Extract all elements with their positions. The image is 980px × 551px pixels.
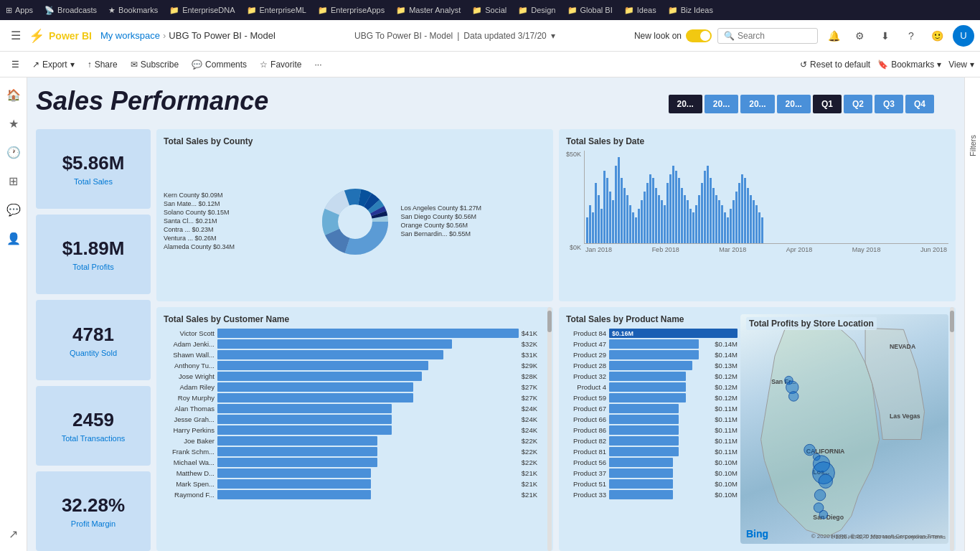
customer-bar-fill — [217, 425, 392, 435]
report-link[interactable]: UBG To Power BI - Model — [169, 30, 275, 41]
filters-label[interactable]: Filters — [969, 135, 977, 156]
emoji-button[interactable]: 🙂 — [927, 26, 947, 46]
period-btn-q1[interactable]: Q1 — [813, 95, 842, 113]
view-button[interactable]: View ▾ — [948, 60, 974, 70]
period-btn-q3[interactable]: Q3 — [875, 95, 903, 113]
customer-bar-container — [217, 350, 519, 359]
customer-name: Roy Murphy — [164, 394, 217, 402]
period-btn-2[interactable]: 20... — [740, 95, 774, 113]
sidebar-home-button[interactable]: 🏠 — [2, 83, 25, 106]
hamburger-menu-button[interactable]: ☰ — [6, 26, 26, 46]
favorite-button[interactable]: ☆ Favorite — [254, 57, 307, 72]
date-chart-bar — [586, 217, 588, 243]
date-chart-xlabels: Jan 2018 Feb 2018 Mar 2018 Apr 2018 May … — [584, 246, 948, 253]
customer-scrollbar-thumb[interactable] — [547, 311, 552, 332]
search-input[interactable] — [738, 31, 809, 41]
user-avatar[interactable]: U — [953, 25, 974, 47]
notification-button[interactable]: 🔔 — [824, 26, 844, 46]
product-bar-fill — [609, 468, 673, 478]
folder-icon-8: 📁 — [624, 6, 634, 15]
grid-icon: ⊞ — [6, 6, 12, 15]
top-nav-item-design[interactable]: 📁 Design — [518, 6, 555, 15]
period-btn-q2[interactable]: Q2 — [844, 95, 872, 113]
more-button[interactable]: ··· — [308, 57, 327, 72]
top-nav-item-broadcasts[interactable]: 📡 Broadcasts — [44, 6, 97, 15]
folder-icon-6: 📁 — [518, 6, 528, 15]
product-value: $0.10M — [715, 458, 738, 466]
top-nav-item-enterpriseml[interactable]: 📁 EnterpriseML — [247, 6, 306, 15]
sidebar-recent-button[interactable]: 🕐 — [2, 141, 25, 164]
date-chart-bar — [692, 212, 694, 243]
sidebar-profile-button[interactable]: 👤 — [2, 227, 25, 250]
product-name: Product 29 — [566, 351, 609, 359]
bookmarks-button[interactable]: 🔖 Bookmarks ▾ — [877, 60, 941, 70]
new-look-switch[interactable] — [686, 29, 712, 42]
settings-button[interactable]: ⚙ — [849, 26, 870, 46]
product-name: Product 47 — [566, 340, 609, 348]
top-nav-item-masteranalyst[interactable]: 📁 Master Analyst — [396, 6, 461, 15]
subscribe-button[interactable]: ✉ Subscribe — [125, 57, 184, 72]
reset-button[interactable]: ↺ Reset to default — [800, 60, 870, 70]
star-icon: ★ — [108, 6, 116, 15]
date-chart-bar — [646, 183, 649, 243]
second-toolbar: ☰ ↗ Export ▾ ↑ Share ✉ Subscribe 💬 Comme… — [0, 52, 980, 77]
workspace-link[interactable]: My workspace — [100, 30, 160, 41]
customer-value: $27K — [522, 394, 537, 402]
help-button[interactable]: ? — [901, 26, 921, 46]
top-nav-item-enterpriseapps[interactable]: 📁 EnterpriseApps — [318, 6, 385, 15]
product-value: $0.11M — [715, 426, 738, 434]
top-nav-item-globalbi[interactable]: 📁 Global BI — [567, 6, 613, 15]
bookmark-icon: 🔖 — [877, 60, 888, 70]
product-name: Product 86 — [566, 426, 609, 434]
product-name: Product 81 — [566, 448, 609, 456]
top-nav-item-social[interactable]: 📁 Social — [472, 6, 507, 15]
date-chart-bar — [603, 171, 606, 243]
top-nav-item-ideas[interactable]: 📁 Ideas — [624, 6, 656, 15]
dropdown-icon[interactable]: ▾ — [551, 31, 555, 41]
search-box[interactable]: 🔍 — [717, 28, 818, 44]
customer-name: Michael Wa... — [164, 458, 217, 466]
collapse-sidebar-button[interactable]: ☰ — [6, 57, 25, 72]
share-button[interactable]: ↑ Share — [82, 57, 123, 72]
product-chart-inner: Total Sales by Product Name Product 84 $… — [566, 314, 738, 544]
export-button[interactable]: ↗ Export ▾ — [27, 57, 80, 72]
product-value: $0.11M — [715, 437, 738, 445]
product-chart-scrollbar[interactable] — [950, 307, 954, 551]
sidebar-bookmark-button[interactable]: ★ — [2, 112, 25, 135]
product-bar-container — [609, 350, 712, 359]
star-favorite-icon: ☆ — [260, 60, 268, 70]
sidebar-chat-button[interactable]: 💬 — [2, 198, 25, 221]
customer-value: $32K — [522, 340, 537, 348]
customer-bar-container — [217, 468, 519, 478]
top-nav-item-bizideas[interactable]: 📁 Biz Ideas — [668, 6, 713, 15]
date-chart-bar — [609, 192, 611, 243]
customer-value: $27K — [522, 383, 537, 391]
report-main-title: Sales Performance — [36, 86, 268, 116]
kpi-total-transactions-value: 2459 — [72, 409, 114, 431]
chart-store-title: Total Profits by Store Location — [746, 317, 877, 330]
period-btn-3[interactable]: 20... — [777, 95, 811, 113]
svg-point-11 — [339, 206, 371, 237]
top-nav-item-enterprisedna[interactable]: 📁 EnterpriseDNA — [169, 6, 235, 15]
table-row: Frank Schm... $22K — [164, 447, 537, 456]
download-button[interactable]: ⬇ — [875, 26, 895, 46]
product-bar-fill — [609, 479, 673, 489]
top-nav-item-apps[interactable]: ⊞ Apps — [6, 6, 33, 15]
customer-chart-scrollbar[interactable] — [547, 307, 552, 551]
sidebar-expand-button[interactable]: ↗ — [2, 522, 25, 545]
product-scrollbar-thumb[interactable] — [950, 311, 954, 332]
period-btn-q4[interactable]: Q4 — [905, 95, 934, 113]
folder-icon-5: 📁 — [472, 6, 482, 15]
comments-button[interactable]: 💬 Comments — [186, 57, 253, 72]
date-chart-bar — [750, 195, 752, 243]
county-legend-item-ventura: Ventura ... $0.26M — [164, 235, 309, 242]
period-btn-1[interactable]: 20... — [705, 95, 738, 113]
period-btn-0[interactable]: 20... — [669, 95, 702, 113]
date-chart-bar — [595, 183, 597, 243]
date-chart-bar — [715, 195, 717, 243]
sidebar-apps-button[interactable]: ⊞ — [2, 169, 25, 192]
county-legend-item-alameda: Alameda County $0.34M — [164, 243, 309, 250]
top-nav-item-bookmarks[interactable]: ★ Bookmarks — [108, 6, 158, 15]
customer-value: $22K — [522, 437, 537, 445]
date-chart-bar — [741, 174, 743, 243]
